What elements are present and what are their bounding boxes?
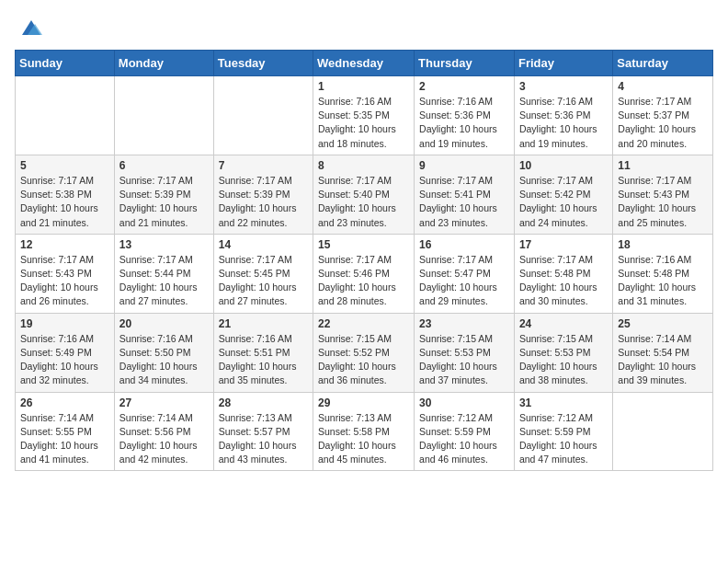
day-number: 5 — [20, 159, 109, 172]
day-number: 17 — [519, 238, 608, 251]
day-number: 23 — [419, 317, 509, 330]
day-number: 26 — [20, 396, 109, 409]
day-info: Sunrise: 7:17 AMSunset: 5:46 PMDaylight:… — [318, 253, 409, 309]
day-number: 12 — [20, 238, 109, 251]
calendar-cell: 31Sunrise: 7:12 AMSunset: 5:59 PMDayligh… — [514, 392, 612, 471]
day-number: 29 — [318, 396, 409, 409]
day-info: Sunrise: 7:15 AMSunset: 5:53 PMDaylight:… — [419, 332, 509, 388]
page-header — [15, 15, 713, 40]
calendar-cell: 1Sunrise: 7:16 AMSunset: 5:35 PMDaylight… — [313, 76, 415, 155]
day-info: Sunrise: 7:15 AMSunset: 5:52 PMDaylight:… — [318, 332, 409, 388]
calendar-cell: 20Sunrise: 7:16 AMSunset: 5:50 PMDayligh… — [114, 313, 213, 392]
calendar-week-row: 1Sunrise: 7:16 AMSunset: 5:35 PMDaylight… — [16, 76, 713, 155]
calendar-header-sunday: Sunday — [16, 51, 115, 76]
calendar-cell: 9Sunrise: 7:17 AMSunset: 5:41 PMDaylight… — [415, 155, 515, 234]
day-info: Sunrise: 7:16 AMSunset: 5:50 PMDaylight:… — [119, 332, 209, 388]
calendar-header-friday: Friday — [514, 51, 612, 76]
calendar-cell: 16Sunrise: 7:17 AMSunset: 5:47 PMDayligh… — [415, 234, 515, 313]
calendar-cell: 5Sunrise: 7:17 AMSunset: 5:38 PMDaylight… — [16, 155, 115, 234]
calendar-cell: 26Sunrise: 7:14 AMSunset: 5:55 PMDayligh… — [16, 392, 115, 471]
day-info: Sunrise: 7:17 AMSunset: 5:43 PMDaylight:… — [20, 253, 109, 309]
calendar-cell: 25Sunrise: 7:14 AMSunset: 5:54 PMDayligh… — [613, 313, 713, 392]
day-number: 6 — [119, 159, 209, 172]
day-info: Sunrise: 7:17 AMSunset: 5:44 PMDaylight:… — [119, 253, 209, 309]
day-info: Sunrise: 7:16 AMSunset: 5:35 PMDaylight:… — [318, 95, 409, 151]
calendar-cell: 19Sunrise: 7:16 AMSunset: 5:49 PMDayligh… — [16, 313, 115, 392]
calendar-cell: 8Sunrise: 7:17 AMSunset: 5:40 PMDaylight… — [313, 155, 415, 234]
calendar-cell: 6Sunrise: 7:17 AMSunset: 5:39 PMDaylight… — [114, 155, 213, 234]
day-info: Sunrise: 7:13 AMSunset: 5:57 PMDaylight:… — [219, 411, 308, 467]
day-number: 3 — [519, 80, 608, 93]
day-info: Sunrise: 7:17 AMSunset: 5:43 PMDaylight:… — [618, 174, 708, 230]
day-number: 1 — [318, 80, 409, 93]
calendar-cell: 22Sunrise: 7:15 AMSunset: 5:52 PMDayligh… — [313, 313, 415, 392]
day-number: 14 — [219, 238, 308, 251]
day-info: Sunrise: 7:17 AMSunset: 5:38 PMDaylight:… — [20, 174, 109, 230]
calendar-cell: 21Sunrise: 7:16 AMSunset: 5:51 PMDayligh… — [213, 313, 313, 392]
day-info: Sunrise: 7:17 AMSunset: 5:45 PMDaylight:… — [219, 253, 308, 309]
calendar-header-tuesday: Tuesday — [213, 51, 313, 76]
day-number: 31 — [519, 396, 608, 409]
calendar-header-wednesday: Wednesday — [313, 51, 415, 76]
day-info: Sunrise: 7:13 AMSunset: 5:58 PMDaylight:… — [318, 411, 409, 467]
calendar-header-thursday: Thursday — [415, 51, 515, 76]
day-number: 9 — [419, 159, 509, 172]
day-number: 22 — [318, 317, 409, 330]
day-number: 27 — [119, 396, 209, 409]
day-info: Sunrise: 7:17 AMSunset: 5:47 PMDaylight:… — [419, 253, 509, 309]
calendar-week-row: 5Sunrise: 7:17 AMSunset: 5:38 PMDaylight… — [16, 155, 713, 234]
day-info: Sunrise: 7:17 AMSunset: 5:37 PMDaylight:… — [618, 95, 708, 151]
calendar-cell: 12Sunrise: 7:17 AMSunset: 5:43 PMDayligh… — [16, 234, 115, 313]
day-number: 28 — [219, 396, 308, 409]
calendar-header-monday: Monday — [114, 51, 213, 76]
day-info: Sunrise: 7:16 AMSunset: 5:36 PMDaylight:… — [419, 95, 509, 151]
day-info: Sunrise: 7:16 AMSunset: 5:36 PMDaylight:… — [519, 95, 608, 151]
day-info: Sunrise: 7:16 AMSunset: 5:48 PMDaylight:… — [618, 253, 708, 309]
day-number: 19 — [20, 317, 109, 330]
day-number: 30 — [419, 396, 509, 409]
day-info: Sunrise: 7:12 AMSunset: 5:59 PMDaylight:… — [519, 411, 608, 467]
calendar-cell — [213, 76, 313, 155]
day-number: 4 — [618, 80, 708, 93]
day-info: Sunrise: 7:12 AMSunset: 5:59 PMDaylight:… — [419, 411, 509, 467]
day-number: 2 — [419, 80, 509, 93]
day-info: Sunrise: 7:17 AMSunset: 5:40 PMDaylight:… — [318, 174, 409, 230]
day-number: 16 — [419, 238, 509, 251]
calendar-cell: 4Sunrise: 7:17 AMSunset: 5:37 PMDaylight… — [613, 76, 713, 155]
calendar-cell: 2Sunrise: 7:16 AMSunset: 5:36 PMDaylight… — [415, 76, 515, 155]
day-number: 7 — [219, 159, 308, 172]
day-number: 18 — [618, 238, 708, 251]
day-info: Sunrise: 7:17 AMSunset: 5:39 PMDaylight:… — [219, 174, 308, 230]
calendar-cell: 11Sunrise: 7:17 AMSunset: 5:43 PMDayligh… — [613, 155, 713, 234]
day-number: 11 — [618, 159, 708, 172]
day-number: 21 — [219, 317, 308, 330]
calendar-table: SundayMondayTuesdayWednesdayThursdayFrid… — [15, 50, 713, 471]
calendar-cell: 13Sunrise: 7:17 AMSunset: 5:44 PMDayligh… — [114, 234, 213, 313]
calendar-cell: 15Sunrise: 7:17 AMSunset: 5:46 PMDayligh… — [313, 234, 415, 313]
day-number: 13 — [119, 238, 209, 251]
calendar-cell — [16, 76, 115, 155]
calendar-cell — [613, 392, 713, 471]
logo — [15, 15, 44, 40]
day-number: 20 — [119, 317, 209, 330]
day-info: Sunrise: 7:17 AMSunset: 5:42 PMDaylight:… — [519, 174, 608, 230]
calendar-cell: 28Sunrise: 7:13 AMSunset: 5:57 PMDayligh… — [213, 392, 313, 471]
calendar-header-saturday: Saturday — [613, 51, 713, 76]
day-number: 24 — [519, 317, 608, 330]
day-info: Sunrise: 7:17 AMSunset: 5:41 PMDaylight:… — [419, 174, 509, 230]
calendar-cell: 3Sunrise: 7:16 AMSunset: 5:36 PMDaylight… — [514, 76, 612, 155]
day-info: Sunrise: 7:17 AMSunset: 5:48 PMDaylight:… — [519, 253, 608, 309]
day-info: Sunrise: 7:17 AMSunset: 5:39 PMDaylight:… — [119, 174, 209, 230]
calendar-cell: 24Sunrise: 7:15 AMSunset: 5:53 PMDayligh… — [514, 313, 612, 392]
calendar-week-row: 12Sunrise: 7:17 AMSunset: 5:43 PMDayligh… — [16, 234, 713, 313]
day-number: 15 — [318, 238, 409, 251]
calendar-cell: 7Sunrise: 7:17 AMSunset: 5:39 PMDaylight… — [213, 155, 313, 234]
calendar-cell: 17Sunrise: 7:17 AMSunset: 5:48 PMDayligh… — [514, 234, 612, 313]
calendar-cell: 29Sunrise: 7:13 AMSunset: 5:58 PMDayligh… — [313, 392, 415, 471]
calendar-cell: 14Sunrise: 7:17 AMSunset: 5:45 PMDayligh… — [213, 234, 313, 313]
day-number: 8 — [318, 159, 409, 172]
calendar-week-row: 26Sunrise: 7:14 AMSunset: 5:55 PMDayligh… — [16, 392, 713, 471]
calendar-cell: 23Sunrise: 7:15 AMSunset: 5:53 PMDayligh… — [415, 313, 515, 392]
day-info: Sunrise: 7:14 AMSunset: 5:54 PMDaylight:… — [618, 332, 708, 388]
calendar-week-row: 19Sunrise: 7:16 AMSunset: 5:49 PMDayligh… — [16, 313, 713, 392]
